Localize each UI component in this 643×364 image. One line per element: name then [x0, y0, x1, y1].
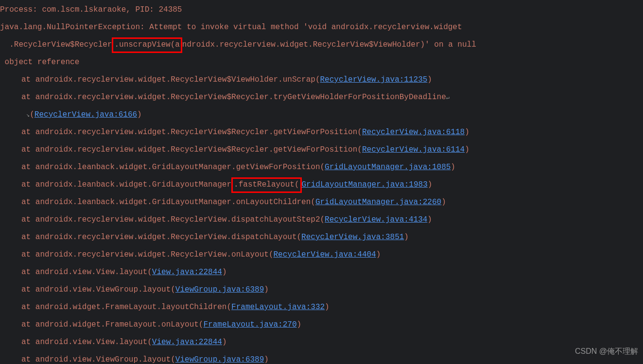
stack-suffix: ): [404, 233, 409, 242]
stack-prefix: at androidx.recyclerview.widget.Recycler…: [21, 75, 320, 84]
stack-suffix: ): [465, 145, 469, 154]
source-link[interactable]: RecyclerView.java:11235: [320, 75, 428, 84]
stack-line: at androidx.recyclerview.widget.Recycler…: [0, 228, 643, 246]
stack-line: at android.view.ViewGroup.layout(ViewGro…: [0, 351, 643, 364]
stack-line: at android.widget.FrameLayout.onLayout(F…: [0, 316, 643, 333]
stack-prefix: at androidx.recyclerview.widget.Recycler…: [21, 128, 362, 137]
source-link[interactable]: RecyclerView.java:4134: [325, 215, 427, 224]
stack-prefix: at android.view.ViewGroup.layout(: [21, 285, 175, 294]
source-link[interactable]: FrameLayout.java:270: [203, 320, 296, 329]
stack-suffix: ): [376, 250, 381, 259]
stack-suffix: ): [137, 110, 142, 119]
exception-text-a: .RecyclerView$Recycler: [0, 40, 112, 49]
stack-line: at androidx.recyclerview.widget.Recycler…: [0, 88, 643, 106]
stack-line: at androidx.recyclerview.widget.Recycler…: [0, 71, 643, 88]
highlight-fastrelayout: .fastRelayout(: [231, 177, 301, 193]
stack-suffix: ): [325, 303, 330, 312]
process-line: Process: com.lscm.lskaraoke, PID: 24385: [0, 1, 643, 18]
wrap-glyph-icon: ↵: [446, 94, 450, 101]
stack-suffix: ): [297, 320, 302, 329]
source-link[interactable]: RecyclerView.java:3851: [301, 233, 404, 242]
source-link[interactable]: RecyclerView.java:6114: [362, 145, 465, 154]
stack-prefix: at androidx.recyclerview.widget.Recycler…: [21, 233, 301, 242]
stack-prefix: at android.widget.FrameLayout.layoutChil…: [21, 303, 231, 312]
stack-prefix: at androidx.recyclerview.widget.Recycler…: [21, 93, 446, 102]
stack-suffix: ): [427, 75, 432, 84]
source-link[interactable]: ViewGroup.java:6389: [175, 285, 264, 294]
exception-line-3: object reference: [0, 53, 643, 71]
stack-suffix: ): [441, 198, 446, 207]
stack-prefix: (: [30, 110, 35, 119]
stack-line: at androidx.recyclerview.widget.Recycler…: [0, 123, 643, 141]
stack-line: at androidx.leanback.widget.GridLayoutMa…: [0, 176, 643, 193]
source-link[interactable]: View.java:22844: [152, 268, 222, 277]
stack-prefix: at android.view.ViewGroup.layout(: [21, 355, 175, 364]
stack-prefix: at androidx.recyclerview.widget.Recycler…: [21, 215, 325, 224]
highlight-unscrapview: .unscrapView(a: [112, 37, 182, 53]
source-link[interactable]: ViewGroup.java:6389: [175, 355, 264, 364]
stack-line: at androidx.recyclerview.widget.Recycler…: [0, 246, 643, 263]
source-link[interactable]: GridLayoutManager.java:1983: [302, 180, 428, 189]
stack-prefix: at android.view.View.layout(: [21, 338, 152, 347]
source-link[interactable]: RecyclerView.java:6166: [35, 110, 137, 119]
stack-line: at androidx.recyclerview.widget.Recycler…: [0, 211, 643, 228]
stack-line: at androidx.recyclerview.widget.Recycler…: [0, 141, 643, 158]
stack-line: ↘(RecyclerView.java:6166): [0, 106, 643, 123]
exception-text-b: ndroidx.recyclerview.widget.RecyclerView…: [182, 40, 476, 49]
stack-suffix: ): [222, 338, 227, 347]
stack-line: at androidx.leanback.widget.GridLayoutMa…: [0, 193, 643, 211]
source-link[interactable]: RecyclerView.java:4404: [273, 250, 376, 259]
stack-prefix: at androidx.leanback.widget.GridLayoutMa…: [21, 198, 315, 207]
stack-line: at androidx.leanback.widget.GridLayoutMa…: [0, 158, 643, 176]
stack-suffix: ): [451, 163, 455, 172]
stack-prefix: at android.widget.FrameLayout.onLayout(: [21, 320, 203, 329]
stack-suffix: ): [465, 128, 469, 137]
stack-suffix: ): [264, 355, 269, 364]
stack-line: at android.view.ViewGroup.layout(ViewGro…: [0, 281, 643, 298]
stack-line: at android.view.View.layout(View.java:22…: [0, 263, 643, 281]
stack-prefix: at android.view.View.layout(: [21, 268, 152, 277]
stack-prefix: at androidx.leanback.widget.GridLayoutMa…: [21, 163, 325, 172]
source-link[interactable]: GridLayoutManager.java:1085: [325, 163, 451, 172]
stack-suffix: ): [428, 180, 433, 189]
stack-trace: at androidx.recyclerview.widget.Recycler…: [0, 71, 643, 364]
stack-line: at android.widget.FrameLayout.layoutChil…: [0, 298, 643, 316]
exception-line-1: java.lang.NullPointerException: Attempt …: [0, 18, 643, 36]
stack-suffix: ): [427, 215, 432, 224]
exception-line-2: .RecyclerView$Recycler.unscrapView(andro…: [0, 36, 643, 53]
stack-prefix: at androidx.leanback.widget.GridLayoutMa…: [21, 180, 231, 189]
watermark: CSDN @俺不理解: [575, 343, 638, 360]
source-link[interactable]: RecyclerView.java:6118: [362, 128, 465, 137]
stack-prefix: at androidx.recyclerview.widget.Recycler…: [21, 250, 273, 259]
source-link[interactable]: FrameLayout.java:332: [231, 303, 325, 312]
source-link[interactable]: GridLayoutManager.java:2260: [315, 198, 441, 207]
stack-suffix: ): [222, 268, 227, 277]
source-link[interactable]: View.java:22844: [152, 338, 222, 347]
stack-suffix: ): [264, 285, 269, 294]
stack-prefix: at androidx.recyclerview.widget.Recycler…: [21, 145, 362, 154]
stack-line: at android.view.View.layout(View.java:22…: [0, 333, 643, 351]
